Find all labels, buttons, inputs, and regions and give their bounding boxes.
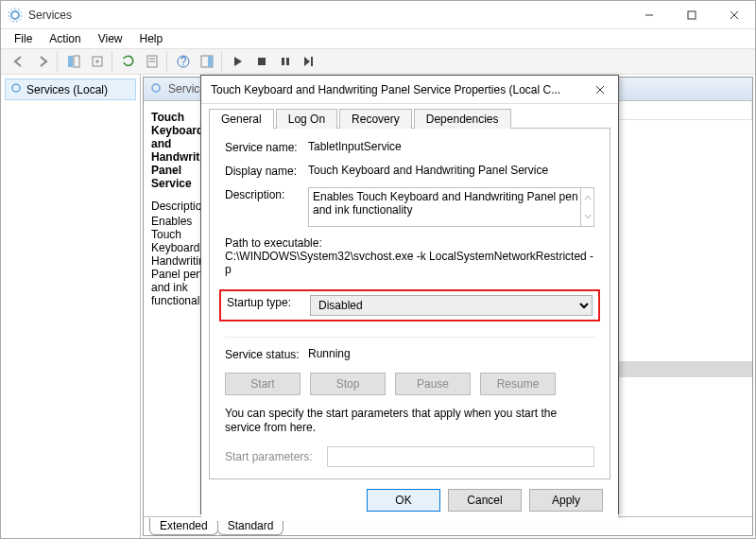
svg-point-0 xyxy=(11,11,19,19)
dialog-titlebar[interactable]: Touch Keyboard and Handwriting Panel Ser… xyxy=(201,76,618,104)
stop-button: Stop xyxy=(310,373,386,395)
dialog-footer: OK Cancel Apply xyxy=(201,479,618,521)
svg-rect-15 xyxy=(208,56,213,67)
display-name-value: Touch Keyboard and Handwriting Panel Ser… xyxy=(308,164,594,177)
gear-icon xyxy=(149,81,163,97)
tab-dependencies[interactable]: Dependencies xyxy=(414,109,511,129)
path-label: Path to executable: xyxy=(225,236,594,250)
nav-item-services-local[interactable]: Services (Local) xyxy=(5,78,136,100)
properties-icon[interactable] xyxy=(142,51,163,72)
svg-rect-3 xyxy=(688,11,696,19)
forward-icon[interactable] xyxy=(32,51,53,72)
show-hide-tree-icon[interactable] xyxy=(63,51,84,72)
start-params-note: You can specify the start parameters tha… xyxy=(225,407,594,435)
svg-rect-16 xyxy=(258,58,266,65)
back-icon[interactable] xyxy=(9,51,29,72)
tab-page-general: Service name: TabletInputService Display… xyxy=(209,128,610,479)
svg-point-21 xyxy=(152,84,160,92)
properties-dialog: Touch Keyboard and Handwriting Panel Ser… xyxy=(200,75,619,514)
service-name-label: Service name: xyxy=(225,140,308,154)
tab-log-on[interactable]: Log On xyxy=(276,109,337,129)
scroll-down-icon[interactable] xyxy=(580,207,593,226)
dialog-title: Touch Keyboard and Handwriting Panel Ser… xyxy=(211,83,582,96)
nav-item-label: Services (Local) xyxy=(26,83,108,96)
minimize-button[interactable] xyxy=(627,1,670,29)
gear-icon xyxy=(9,81,23,97)
menu-bar: File Action View Help xyxy=(1,29,755,48)
window-title: Services xyxy=(28,9,627,22)
description-label: Description: xyxy=(225,187,308,201)
tab-recovery[interactable]: Recovery xyxy=(339,109,412,129)
path-value: C:\WINDOWS\System32\svchost.exe -k Local… xyxy=(225,250,594,276)
svg-rect-7 xyxy=(74,56,79,67)
startup-highlight: Startup type: Disabled xyxy=(219,289,600,322)
export-icon[interactable] xyxy=(87,51,108,72)
svg-text:?: ? xyxy=(180,55,187,68)
tab-general[interactable]: General xyxy=(209,109,274,129)
svg-point-20 xyxy=(12,84,20,92)
description-text: Enables Touch Keyboard and Handwriting P… xyxy=(313,190,578,217)
restart-icon[interactable] xyxy=(299,51,319,72)
menu-view[interactable]: View xyxy=(91,31,130,46)
description-box: Enables Touch Keyboard and Handwriting P… xyxy=(308,187,594,227)
svg-rect-18 xyxy=(286,58,289,65)
pause-icon[interactable] xyxy=(275,51,296,72)
gear-icon xyxy=(8,8,23,23)
play-icon[interactable] xyxy=(228,51,249,72)
display-name-label: Display name: xyxy=(225,164,308,178)
startup-type-select[interactable]: Disabled xyxy=(310,295,593,316)
svg-rect-6 xyxy=(68,56,73,67)
toolbar: ? xyxy=(1,48,755,75)
close-icon[interactable] xyxy=(582,76,618,104)
startup-type-label: Startup type: xyxy=(227,295,310,309)
dialog-tabs: General Log On Recovery Dependencies xyxy=(201,104,618,128)
service-status-label: Service status: xyxy=(225,347,308,361)
menu-help[interactable]: Help xyxy=(132,31,171,46)
start-params-input xyxy=(327,446,594,467)
title-bar: Services xyxy=(1,1,755,29)
help-icon[interactable]: ? xyxy=(173,51,194,72)
scroll-up-icon[interactable] xyxy=(580,188,593,207)
action-pane-icon[interactable] xyxy=(197,51,217,72)
service-name-value: TabletInputService xyxy=(308,140,594,153)
nav-tree: Services (Local) xyxy=(1,75,141,538)
start-button: Start xyxy=(225,373,301,395)
resume-button: Resume xyxy=(480,373,556,395)
maximize-button[interactable] xyxy=(670,1,713,29)
menu-file[interactable]: File xyxy=(7,31,40,46)
close-button[interactable] xyxy=(713,1,755,29)
pause-button: Pause xyxy=(395,373,471,395)
menu-action[interactable]: Action xyxy=(42,31,88,46)
cancel-button[interactable]: Cancel xyxy=(448,489,522,512)
svg-rect-17 xyxy=(282,58,284,65)
start-params-label: Start parameters: xyxy=(225,450,327,463)
service-status-value: Running xyxy=(308,347,351,361)
svg-rect-19 xyxy=(311,57,313,66)
refresh-icon[interactable] xyxy=(118,51,139,72)
stop-icon[interactable] xyxy=(251,51,272,72)
apply-button[interactable]: Apply xyxy=(529,489,603,512)
services-window: Services File Action View Help ? xyxy=(0,0,756,539)
ok-button[interactable]: OK xyxy=(367,489,440,512)
